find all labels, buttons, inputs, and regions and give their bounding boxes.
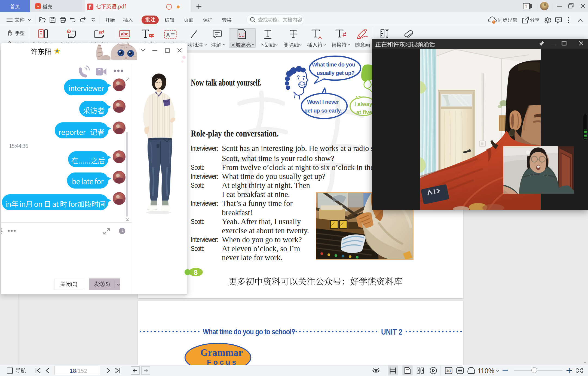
svg-text:1:1: 1:1 (446, 369, 451, 373)
svg-text:A: A (166, 32, 170, 38)
svg-text:abc: abc (121, 32, 128, 36)
